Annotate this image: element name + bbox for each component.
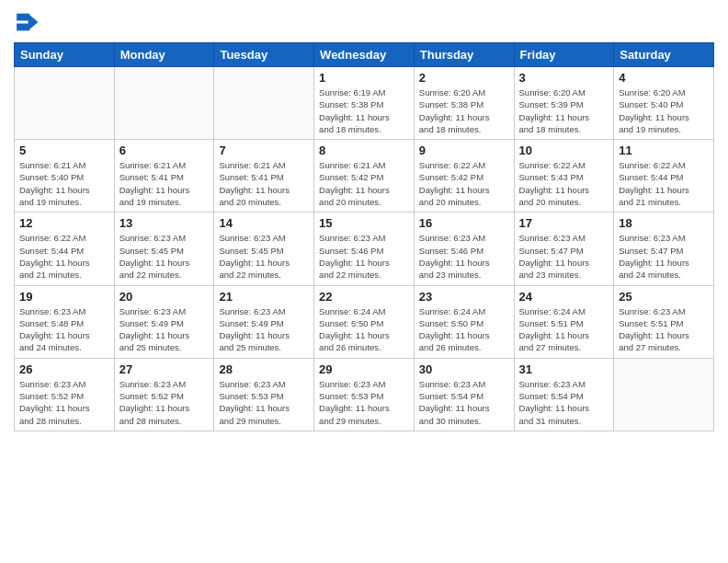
calendar-cell: 10Sunrise: 6:22 AM Sunset: 5:43 PM Dayli…: [514, 140, 614, 213]
day-info: Sunrise: 6:23 AM Sunset: 5:54 PM Dayligh…: [519, 378, 609, 427]
calendar-cell: 23Sunrise: 6:24 AM Sunset: 5:50 PM Dayli…: [414, 285, 514, 358]
day-info: Sunrise: 6:23 AM Sunset: 5:52 PM Dayligh…: [119, 378, 210, 427]
calendar-cell: 21Sunrise: 6:23 AM Sunset: 5:49 PM Dayli…: [214, 285, 314, 358]
calendar-day-header: Saturday: [614, 43, 714, 67]
day-info: Sunrise: 6:22 AM Sunset: 5:42 PM Dayligh…: [419, 159, 509, 208]
day-number: 2: [419, 71, 509, 85]
calendar-cell: 29Sunrise: 6:23 AM Sunset: 5:53 PM Dayli…: [314, 358, 415, 431]
calendar-cell: 28Sunrise: 6:23 AM Sunset: 5:53 PM Dayli…: [214, 358, 314, 431]
day-number: 17: [519, 216, 609, 230]
calendar-table: SundayMondayTuesdayWednesdayThursdayFrid…: [14, 42, 714, 431]
calendar-week-row: 26Sunrise: 6:23 AM Sunset: 5:52 PM Dayli…: [15, 358, 714, 431]
day-number: 21: [219, 290, 309, 304]
calendar-cell: 3Sunrise: 6:20 AM Sunset: 5:39 PM Daylig…: [514, 67, 614, 140]
day-number: 8: [319, 144, 409, 157]
day-info: Sunrise: 6:23 AM Sunset: 5:46 PM Dayligh…: [319, 232, 409, 281]
day-info: Sunrise: 6:23 AM Sunset: 5:46 PM Dayligh…: [419, 232, 509, 281]
day-info: Sunrise: 6:23 AM Sunset: 5:53 PM Dayligh…: [219, 378, 309, 427]
day-number: 3: [519, 71, 609, 85]
calendar-cell: [214, 67, 314, 140]
day-number: 15: [319, 216, 409, 230]
page: SundayMondayTuesdayWednesdayThursdayFrid…: [0, 0, 728, 563]
logo-icon: [14, 9, 40, 35]
day-number: 30: [419, 362, 509, 376]
calendar-cell: 18Sunrise: 6:23 AM Sunset: 5:47 PM Dayli…: [614, 213, 714, 285]
calendar-cell: 1Sunrise: 6:19 AM Sunset: 5:38 PM Daylig…: [314, 67, 415, 140]
calendar-header-row: SundayMondayTuesdayWednesdayThursdayFrid…: [15, 43, 714, 67]
calendar-cell: 11Sunrise: 6:22 AM Sunset: 5:44 PM Dayli…: [614, 140, 714, 213]
day-info: Sunrise: 6:23 AM Sunset: 5:45 PM Dayligh…: [219, 232, 309, 281]
day-info: Sunrise: 6:22 AM Sunset: 5:44 PM Dayligh…: [619, 159, 709, 208]
day-number: 13: [119, 216, 210, 230]
day-info: Sunrise: 6:23 AM Sunset: 5:49 PM Dayligh…: [119, 305, 210, 354]
calendar-week-row: 19Sunrise: 6:23 AM Sunset: 5:48 PM Dayli…: [15, 285, 714, 358]
day-info: Sunrise: 6:21 AM Sunset: 5:40 PM Dayligh…: [19, 159, 109, 208]
day-number: 1: [319, 71, 409, 85]
calendar-cell: [614, 358, 714, 431]
calendar-cell: 12Sunrise: 6:22 AM Sunset: 5:44 PM Dayli…: [15, 213, 115, 285]
calendar-cell: 17Sunrise: 6:23 AM Sunset: 5:47 PM Dayli…: [514, 213, 614, 285]
day-info: Sunrise: 6:24 AM Sunset: 5:50 PM Dayligh…: [419, 305, 509, 354]
calendar-week-row: 5Sunrise: 6:21 AM Sunset: 5:40 PM Daylig…: [15, 140, 714, 213]
calendar-week-row: 1Sunrise: 6:19 AM Sunset: 5:38 PM Daylig…: [15, 67, 714, 140]
calendar-cell: 27Sunrise: 6:23 AM Sunset: 5:52 PM Dayli…: [114, 358, 214, 431]
day-info: Sunrise: 6:19 AM Sunset: 5:38 PM Dayligh…: [319, 86, 409, 135]
calendar-cell: 6Sunrise: 6:21 AM Sunset: 5:41 PM Daylig…: [114, 140, 214, 213]
day-info: Sunrise: 6:20 AM Sunset: 5:38 PM Dayligh…: [419, 86, 509, 135]
day-info: Sunrise: 6:23 AM Sunset: 5:47 PM Dayligh…: [519, 232, 609, 281]
day-info: Sunrise: 6:23 AM Sunset: 5:54 PM Dayligh…: [419, 378, 509, 427]
calendar-cell: 5Sunrise: 6:21 AM Sunset: 5:40 PM Daylig…: [15, 140, 115, 213]
calendar-cell: 24Sunrise: 6:24 AM Sunset: 5:51 PM Dayli…: [514, 285, 614, 358]
day-number: 29: [319, 362, 409, 376]
calendar-cell: 25Sunrise: 6:23 AM Sunset: 5:51 PM Dayli…: [614, 285, 714, 358]
calendar-cell: 16Sunrise: 6:23 AM Sunset: 5:46 PM Dayli…: [414, 213, 514, 285]
calendar-day-header: Thursday: [414, 43, 514, 67]
calendar-day-header: Sunday: [15, 43, 115, 67]
day-info: Sunrise: 6:23 AM Sunset: 5:52 PM Dayligh…: [19, 378, 109, 427]
day-number: 12: [19, 216, 109, 230]
calendar-cell: 2Sunrise: 6:20 AM Sunset: 5:38 PM Daylig…: [414, 67, 514, 140]
day-number: 10: [519, 144, 609, 157]
day-number: 18: [619, 216, 709, 230]
day-number: 9: [419, 144, 509, 157]
day-info: Sunrise: 6:22 AM Sunset: 5:44 PM Dayligh…: [19, 232, 109, 281]
day-info: Sunrise: 6:21 AM Sunset: 5:42 PM Dayligh…: [319, 159, 409, 208]
day-info: Sunrise: 6:23 AM Sunset: 5:49 PM Dayligh…: [219, 305, 309, 354]
svg-rect-3: [17, 24, 29, 31]
day-number: 24: [519, 290, 609, 304]
day-info: Sunrise: 6:24 AM Sunset: 5:51 PM Dayligh…: [519, 305, 609, 354]
day-info: Sunrise: 6:20 AM Sunset: 5:39 PM Dayligh…: [519, 86, 609, 135]
day-info: Sunrise: 6:24 AM Sunset: 5:50 PM Dayligh…: [319, 305, 409, 354]
calendar-day-header: Tuesday: [214, 43, 314, 67]
calendar-day-header: Monday: [114, 43, 214, 67]
day-number: 23: [419, 290, 509, 304]
calendar-cell: 8Sunrise: 6:21 AM Sunset: 5:42 PM Daylig…: [314, 140, 415, 213]
day-info: Sunrise: 6:20 AM Sunset: 5:40 PM Dayligh…: [619, 86, 709, 135]
calendar-day-header: Wednesday: [314, 43, 415, 67]
calendar-cell: 9Sunrise: 6:22 AM Sunset: 5:42 PM Daylig…: [414, 140, 514, 213]
day-number: 20: [119, 290, 210, 304]
calendar-cell: 22Sunrise: 6:24 AM Sunset: 5:50 PM Dayli…: [314, 285, 415, 358]
logo: [14, 9, 43, 35]
header: [14, 9, 714, 35]
day-number: 4: [619, 71, 709, 85]
day-number: 27: [119, 362, 210, 376]
calendar-cell: 26Sunrise: 6:23 AM Sunset: 5:52 PM Dayli…: [15, 358, 115, 431]
calendar-cell: 14Sunrise: 6:23 AM Sunset: 5:45 PM Dayli…: [214, 213, 314, 285]
calendar-cell: 31Sunrise: 6:23 AM Sunset: 5:54 PM Dayli…: [514, 358, 614, 431]
calendar-day-header: Friday: [514, 43, 614, 67]
day-number: 5: [19, 144, 109, 157]
day-number: 28: [219, 362, 309, 376]
day-number: 7: [219, 144, 309, 157]
calendar-cell: 30Sunrise: 6:23 AM Sunset: 5:54 PM Dayli…: [414, 358, 514, 431]
calendar-cell: 19Sunrise: 6:23 AM Sunset: 5:48 PM Dayli…: [15, 285, 115, 358]
day-info: Sunrise: 6:21 AM Sunset: 5:41 PM Dayligh…: [119, 159, 210, 208]
day-number: 11: [619, 144, 709, 157]
day-number: 19: [19, 290, 109, 304]
day-info: Sunrise: 6:23 AM Sunset: 5:51 PM Dayligh…: [619, 305, 709, 354]
day-number: 6: [119, 144, 210, 157]
day-info: Sunrise: 6:23 AM Sunset: 5:48 PM Dayligh…: [19, 305, 109, 354]
calendar-cell: 13Sunrise: 6:23 AM Sunset: 5:45 PM Dayli…: [114, 213, 214, 285]
calendar-cell: 15Sunrise: 6:23 AM Sunset: 5:46 PM Dayli…: [314, 213, 415, 285]
day-number: 14: [219, 216, 309, 230]
